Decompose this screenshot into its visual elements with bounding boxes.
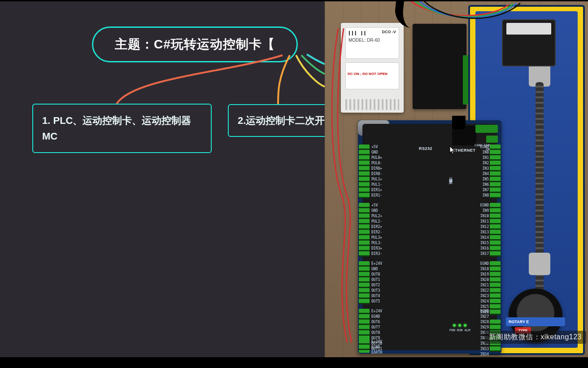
psu-dc-label: DCO -V — [382, 30, 396, 34]
psu-top-label: III II DCO -V MODEL: DR-60 — [345, 27, 399, 59]
motion-control-card: RS232 ETHERNET CANH CANL GND +5V GND PUL… — [358, 120, 501, 354]
power-supply: III II DCO -V MODEL: DR-60 DC ON ; DO NO… — [341, 23, 404, 113]
stepper-nameplate — [506, 23, 551, 35]
left-terminal-5 — [359, 339, 370, 353]
watermark-text: 新阁助教微信：xiketang123 — [484, 331, 586, 344]
left-pins-2: +5V GND PUL2+ PUL2- DIR2+ DIR2- PUL3+ PU… — [371, 203, 382, 257]
left-terminal-2 — [359, 203, 370, 257]
left-pins-1: +5V GND PUL0+ PUL0- DIR0+ DIR0- PUL1+ PU… — [371, 145, 382, 198]
driver-terminal-block — [463, 55, 468, 105]
stepper-motor — [502, 19, 556, 66]
mouse-cursor-icon — [449, 146, 456, 155]
rs232-port — [358, 120, 389, 136]
led-alm-icon — [464, 324, 466, 327]
right-pins-1: EGND IN0 IN1 IN2 IN3 IN4 IN5 IN6 IN7 IN8 — [476, 145, 489, 198]
right-terminal-3 — [490, 261, 501, 315]
left-terminal-1 — [359, 145, 370, 198]
encoder-ring-label: ROTARY E — [506, 317, 565, 326]
left-pins-5: E+24V EGND EARTH — [371, 339, 382, 355]
rs232-label: RS232 — [419, 146, 432, 151]
hardware-photo: III II DCO -V MODEL: DR-60 DC ON ; DO NO… — [325, 1, 588, 357]
mindmap-root-node[interactable]: 主题：C#玩转运动控制卡【 — [92, 26, 298, 62]
led-labels: POW RUN ALM — [449, 329, 470, 332]
window-bottom-border — [0, 357, 588, 368]
pcb-brand-label: 正运动技术 — [448, 174, 453, 179]
psu-model: MODEL: DR-60 — [348, 38, 380, 43]
lead-screw — [536, 82, 544, 324]
coupling-bottom — [529, 253, 550, 275]
left-terminal-3 — [359, 261, 370, 304]
right-terminal-2 — [490, 203, 501, 257]
ethernet-plug-icon — [452, 116, 466, 129]
led-run-icon — [458, 324, 461, 327]
psu-vents-icon — [345, 99, 399, 110]
right-pins-2: EGND IN9 IN10 IN11 IN12 IN13 IN14 IN15 I… — [476, 203, 489, 257]
mindmap-canvas[interactable]: 主题：C#玩转运动控制卡【 1. PLC、运动控制卡、运动控制器MC 2.运动控… — [0, 1, 325, 357]
left-pins-3: E+24V GND OUT0 OUT1 OUT2 OUT3 OUT4 OUT5 — [371, 261, 382, 304]
right-pins-3: EGND IN18 IN19 IN20 IN21 IN22 IN23 IN24 … — [476, 261, 489, 315]
screenshot-root: 主题：C#玩转运动控制卡【 1. PLC、运动控制卡、运动控制器MC 2.运动控… — [0, 0, 588, 368]
can-terminal-block — [475, 125, 498, 133]
right-terminal-1 — [490, 145, 501, 198]
psu-warning-text: DC ON ; DO NOT OPEN — [348, 72, 388, 76]
led-pow-icon — [453, 324, 456, 327]
can-terminal-block-2 — [486, 136, 498, 143]
stepper-driver — [413, 24, 466, 109]
mindmap-child-node-1[interactable]: 1. PLC、运动控制卡、运动控制器MC — [32, 104, 212, 153]
psu-warning-sticker: DC ON ; DO NOT OPEN — [345, 62, 399, 89]
psu-brand: III II — [348, 30, 367, 37]
